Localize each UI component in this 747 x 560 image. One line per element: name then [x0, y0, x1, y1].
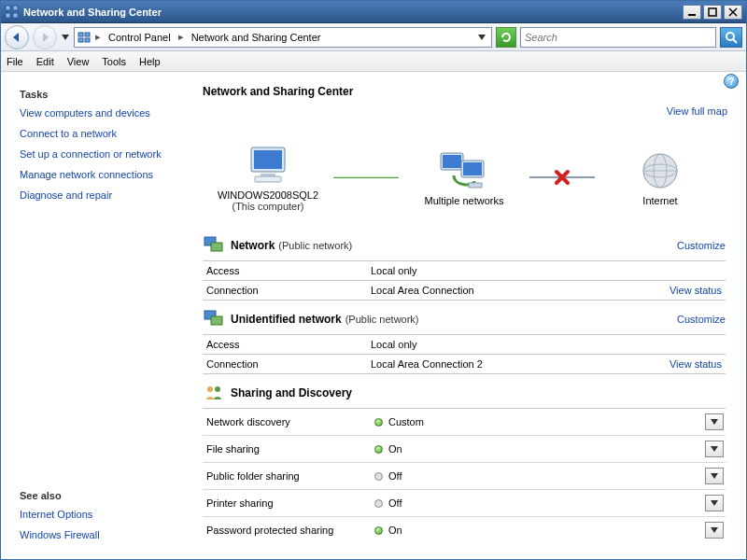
status-dot-icon — [374, 526, 383, 535]
row-label: Access — [203, 265, 371, 276]
menu-tools[interactable]: Tools — [102, 56, 126, 67]
menu-file[interactable]: File — [7, 56, 23, 67]
globe-icon — [639, 148, 682, 193]
wire-disconnected — [529, 175, 595, 179]
network-1-title: Unidentified network — [231, 313, 342, 326]
wire-connected — [333, 175, 399, 179]
node-computer-label: WINDOWS2008SQL2 — [218, 189, 318, 201]
row-value: Local Area Connection 2 — [371, 358, 669, 370]
computer-icon — [244, 143, 292, 188]
svg-rect-2 — [6, 13, 10, 18]
node-internet-label: Internet — [642, 195, 677, 206]
network-map: WINDOWS2008SQL2 (This computer) Multiple… — [203, 135, 726, 219]
tasks-heading: Tasks — [20, 89, 188, 100]
address-bar[interactable]: ▸ Control Panel ▸ Network and Sharing Ce… — [74, 27, 492, 48]
refresh-button[interactable] — [496, 27, 516, 48]
help-button[interactable]: ? — [724, 74, 739, 89]
menu-edit[interactable]: Edit — [36, 56, 54, 67]
status-dot-icon — [374, 445, 383, 454]
network-1-customize-link[interactable]: Customize — [677, 314, 726, 325]
svg-marker-44 — [711, 473, 718, 479]
network-icon — [437, 148, 491, 193]
svg-point-41 — [215, 386, 220, 392]
sharing-section: Sharing and Discovery Network discovery … — [203, 380, 726, 543]
app-icon — [5, 5, 20, 20]
view-status-link[interactable]: View status — [669, 358, 726, 370]
expand-button[interactable] — [705, 413, 724, 430]
task-connect-network[interactable]: Connect to a network — [20, 128, 188, 139]
expand-button[interactable] — [705, 495, 724, 511]
share-row-network-discovery: Network discovery Custom — [203, 409, 726, 436]
history-dropdown[interactable] — [61, 34, 70, 41]
chevron-right-icon: ▸ — [178, 31, 184, 43]
svg-marker-12 — [62, 35, 69, 40]
search-box[interactable] — [520, 27, 716, 48]
disconnected-icon — [554, 169, 571, 186]
menu-help[interactable]: Help — [139, 56, 161, 67]
search-input[interactable] — [521, 32, 715, 43]
share-row-password-protected: Password protected sharing On — [203, 517, 726, 543]
task-setup-connection[interactable]: Set up a connection or network — [20, 148, 188, 160]
share-value: Off — [388, 497, 402, 509]
network-section-1: Unidentified network (Public network) Cu… — [203, 306, 726, 374]
main-pane: ? Network and Sharing Center View full m… — [197, 72, 746, 559]
network-0-row-connection: Connection Local Area Connection View st… — [203, 281, 726, 300]
window-title: Network and Sharing Center — [23, 7, 681, 18]
row-label: Connection — [203, 358, 371, 370]
control-panel-icon — [77, 30, 92, 45]
svg-rect-15 — [78, 38, 83, 42]
minimize-button[interactable] — [683, 5, 701, 20]
svg-marker-42 — [711, 419, 718, 425]
close-button[interactable] — [724, 5, 742, 20]
title-bar: Network and Sharing Center — [1, 1, 746, 23]
share-label: Public folder sharing — [206, 470, 374, 482]
svg-marker-11 — [43, 33, 49, 42]
breadcrumb-network-sharing[interactable]: Network and Sharing Center — [188, 32, 325, 43]
network-0-customize-link[interactable]: Customize — [677, 240, 726, 251]
svg-rect-24 — [255, 176, 281, 182]
back-button[interactable] — [5, 25, 29, 49]
breadcrumb-control-panel[interactable]: Control Panel — [105, 32, 175, 43]
content-area: Tasks View computers and devices Connect… — [1, 72, 746, 559]
task-view-computers[interactable]: View computers and devices — [20, 107, 188, 119]
share-value: Custom — [388, 416, 424, 427]
svg-rect-13 — [78, 33, 83, 36]
link-internet-options[interactable]: Internet Options — [20, 509, 188, 520]
network-0-row-access: Access Local only — [203, 261, 726, 280]
menu-bar: File Edit View Tools Help — [1, 51, 746, 72]
see-also-heading: See also — [20, 490, 188, 501]
view-status-link[interactable]: View status — [669, 285, 726, 296]
expand-button[interactable] — [705, 522, 724, 539]
expand-button[interactable] — [705, 468, 724, 484]
node-this-computer: WINDOWS2008SQL2 (This computer) — [203, 143, 333, 212]
node-multiple-networks: Multiple networks — [399, 148, 529, 206]
share-row-public-folder: Public folder sharing Off — [203, 463, 726, 490]
svg-rect-0 — [6, 6, 10, 10]
page-title: Network and Sharing Center — [203, 85, 731, 98]
svg-rect-22 — [254, 150, 282, 169]
menu-view[interactable]: View — [67, 56, 90, 67]
address-dropdown[interactable] — [474, 32, 489, 43]
node-middle-label: Multiple networks — [425, 195, 504, 206]
task-manage-connections[interactable]: Manage network connections — [20, 169, 188, 180]
share-row-file-sharing: File sharing On — [203, 436, 726, 463]
search-button[interactable] — [720, 27, 742, 48]
view-full-map-link[interactable]: View full map — [667, 105, 727, 117]
people-icon — [203, 382, 225, 404]
maximize-button[interactable] — [703, 5, 722, 20]
svg-rect-16 — [85, 38, 90, 42]
network-1-type: (Public network) — [345, 314, 419, 325]
tasks-pane: Tasks View computers and devices Connect… — [1, 72, 197, 559]
network-1-row-connection: Connection Local Area Connection 2 View … — [203, 355, 726, 373]
svg-rect-26 — [443, 155, 461, 168]
network-section-0: Network (Public network) Customize Acces… — [203, 232, 726, 301]
network-icon — [203, 308, 225, 330]
expand-button[interactable] — [705, 441, 724, 457]
chevron-right-icon: ▸ — [95, 31, 101, 43]
row-value: Local only — [371, 265, 726, 276]
share-value: Off — [388, 470, 402, 482]
forward-button[interactable] — [33, 25, 57, 49]
svg-rect-28 — [463, 162, 482, 175]
task-diagnose-repair[interactable]: Diagnose and repair — [20, 189, 188, 201]
link-windows-firewall[interactable]: Windows Firewall — [20, 529, 188, 540]
